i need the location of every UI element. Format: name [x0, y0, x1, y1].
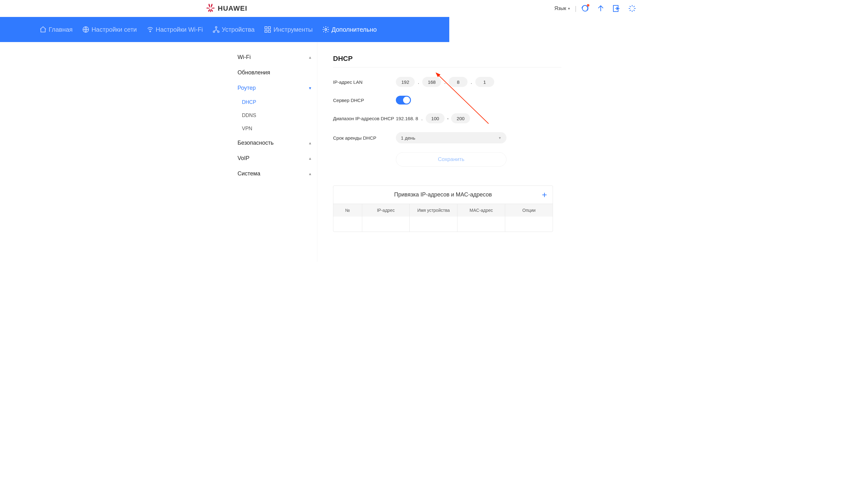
- content-area: DHCP IP-адрес LAN . . . Сервер DHCP: [317, 42, 609, 262]
- col-ip: IP-адрес: [362, 204, 410, 217]
- chevron-up-icon: ▲: [308, 55, 312, 60]
- col-device: Имя устройства: [410, 204, 458, 217]
- notification-dot: [587, 4, 589, 6]
- svg-point-21: [325, 29, 327, 31]
- range-end-input[interactable]: [451, 113, 470, 123]
- sidebar-item-voip[interactable]: VoIP ▲: [233, 151, 317, 166]
- lan-ip-octet-4[interactable]: [475, 77, 494, 87]
- lease-label: Срок аренды DHCP: [333, 135, 396, 141]
- chevron-up-icon: ▲: [308, 156, 312, 161]
- top-navigation: Главная Настройки сети Настройки Wi-Fi У…: [0, 17, 449, 42]
- svg-line-10: [630, 10, 631, 11]
- nav-label: Устройства: [222, 26, 255, 33]
- lease-value: 1 день: [401, 135, 415, 141]
- language-label: Язык: [554, 6, 566, 11]
- dhcp-server-toggle[interactable]: [396, 96, 411, 105]
- divider: [333, 67, 562, 68]
- dhcp-server-label: Сервер DHCP: [333, 97, 396, 103]
- nav-wifi-settings[interactable]: Настройки Wi-Fi: [147, 26, 203, 33]
- sidebar-item-label: Система: [238, 170, 260, 177]
- nav-label: Инструменты: [273, 26, 313, 33]
- svg-rect-18: [268, 27, 271, 29]
- range-start-input[interactable]: [426, 113, 445, 123]
- lease-select[interactable]: 1 день ▼: [396, 132, 506, 143]
- sidebar-item-label: DHCP: [242, 100, 256, 105]
- col-number: №: [333, 204, 362, 217]
- sidebar-subitem-dhcp[interactable]: DHCP: [233, 96, 317, 109]
- range-prefix: 192.168. 8: [396, 116, 418, 121]
- svg-line-11: [634, 6, 635, 7]
- svg-rect-17: [265, 27, 267, 29]
- dhcp-range-label: Диапазон IP-адресов DHCP: [333, 116, 396, 121]
- sidebar-subitem-ddns[interactable]: DDNS: [233, 109, 317, 122]
- svg-line-7: [634, 10, 635, 11]
- nav-label: Настройки Wi-Fi: [156, 26, 203, 33]
- logout-icon[interactable]: [612, 4, 620, 13]
- nav-label: Главная: [49, 26, 73, 33]
- lan-ip-octet-2[interactable]: [422, 77, 441, 87]
- svg-point-16: [218, 31, 219, 33]
- ip-mac-binding-card: Привязка IP-адресов и МАС-адресов + № IP…: [333, 185, 553, 232]
- chevron-down-icon: ▼: [308, 86, 312, 90]
- page-title: DHCP: [333, 55, 606, 63]
- range-dash: -: [447, 116, 449, 121]
- upload-icon[interactable]: [597, 4, 605, 13]
- svg-point-15: [213, 31, 214, 33]
- sidebar-item-label: VoIP: [238, 155, 250, 162]
- sidebar-item-updates[interactable]: Обновления: [233, 65, 317, 80]
- brand-text: HUAWEI: [218, 4, 247, 13]
- caret-down-icon: ▼: [567, 7, 570, 10]
- nav-devices[interactable]: Устройства: [212, 26, 255, 33]
- save-button[interactable]: Сохранить: [396, 152, 506, 167]
- sidebar-item-label: VPN: [242, 126, 252, 131]
- lan-ip-octet-3[interactable]: [449, 77, 467, 87]
- svg-rect-19: [265, 30, 267, 32]
- binding-table-body: [333, 217, 553, 232]
- save-label: Сохранить: [438, 156, 464, 163]
- nav-network-settings[interactable]: Настройки сети: [82, 26, 137, 33]
- nav-tools[interactable]: Инструменты: [264, 26, 313, 33]
- notifications-icon[interactable]: [581, 4, 589, 13]
- binding-title: Привязка IP-адресов и МАС-адресов: [394, 192, 492, 198]
- sidebar: Wi-Fi ▲ Обновления Роутер ▼ DHCP DDNS VP…: [233, 42, 317, 262]
- header-bar: HUAWEI Язык ▼ |: [196, 0, 646, 17]
- huawei-logo-icon: [206, 3, 215, 14]
- svg-line-6: [630, 6, 631, 7]
- dot: .: [444, 79, 446, 85]
- binding-table-header: № IP-адрес Имя устройства MAC-адрес Опци…: [333, 204, 553, 217]
- svg-point-13: [150, 31, 151, 32]
- svg-point-14: [215, 27, 217, 28]
- sidebar-subitem-vpn[interactable]: VPN: [233, 122, 317, 135]
- separator: |: [575, 5, 577, 12]
- chevron-down-icon: ▼: [498, 136, 501, 140]
- svg-rect-20: [268, 30, 271, 32]
- nav-advanced[interactable]: Дополнительно: [322, 26, 377, 33]
- brand-logo: HUAWEI: [206, 3, 247, 14]
- lan-ip-octet-1[interactable]: [396, 77, 415, 87]
- sidebar-item-system[interactable]: Система ▲: [233, 166, 317, 181]
- lan-ip-label: IP-адрес LAN: [333, 79, 396, 85]
- chevron-up-icon: ▲: [308, 141, 312, 145]
- col-options: Опции: [505, 204, 553, 217]
- nav-label: Дополнительно: [331, 26, 377, 33]
- sidebar-item-security[interactable]: Безопасность ▲: [233, 135, 317, 151]
- chevron-up-icon: ▲: [308, 172, 312, 176]
- dot: .: [471, 79, 472, 85]
- sidebar-item-label: DDNS: [242, 113, 256, 118]
- language-selector[interactable]: Язык ▼: [554, 6, 570, 11]
- nav-label: Настройки сети: [91, 26, 137, 33]
- sidebar-item-wifi[interactable]: Wi-Fi ▲: [233, 50, 317, 65]
- sidebar-item-label: Роутер: [238, 85, 256, 91]
- loading-icon[interactable]: [628, 4, 636, 13]
- dot: .: [418, 79, 419, 85]
- dot: .: [421, 116, 423, 121]
- sidebar-item-label: Обновления: [238, 69, 270, 76]
- sidebar-item-label: Wi-Fi: [238, 54, 251, 60]
- sidebar-item-router[interactable]: Роутер ▼: [233, 80, 317, 96]
- nav-home[interactable]: Главная: [39, 26, 73, 33]
- sidebar-item-label: Безопасность: [238, 140, 274, 146]
- add-binding-button[interactable]: +: [542, 191, 547, 199]
- col-mac: MAC-адрес: [458, 204, 505, 217]
